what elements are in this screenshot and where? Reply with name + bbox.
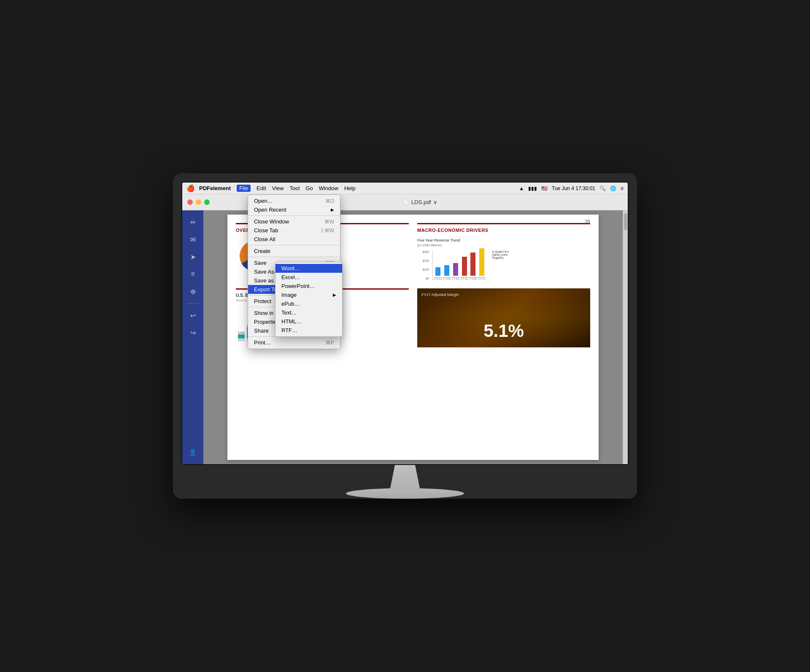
sidebar-icon-pencil[interactable]: ✏ [185, 215, 200, 230]
fy16-label: FY16 [470, 277, 477, 280]
sep1 [248, 215, 340, 216]
close-window-shortcut: ⌘W [316, 219, 334, 225]
export-epub[interactable]: ePub… [275, 299, 342, 308]
sidebar-icon-comment[interactable]: ✉ [185, 232, 200, 247]
flag-icon: 🇺🇸 [541, 185, 548, 191]
maximize-button[interactable] [204, 199, 210, 205]
close-button[interactable] [187, 199, 193, 205]
open-shortcut: ⌘O [317, 198, 334, 204]
excel-label: Excel… [281, 274, 300, 280]
revenue-chart: Five Year Revenue Trend (in US$ millions… [417, 236, 590, 282]
export-image[interactable]: Image ▶ [275, 290, 342, 299]
view-menu-item[interactable]: View [272, 185, 284, 191]
app-name[interactable]: PDFelement [199, 185, 231, 191]
sep2 [248, 245, 340, 245]
fy12-label: FY12 [435, 277, 442, 280]
image-arrow: ▶ [333, 293, 336, 297]
page-number: 38 [585, 219, 590, 225]
menu-close-all[interactable]: Close All [248, 235, 340, 244]
close-all-label: Close All [254, 236, 275, 242]
export-html[interactable]: HTML… [275, 317, 342, 326]
sidebar-icon-menu[interactable]: ≡ [185, 266, 200, 282]
save-label: Save [254, 260, 267, 266]
sidebar-bottom: 👤 [185, 445, 200, 460]
fy14-label: FY14 [452, 277, 459, 280]
y-label-100: $100 [417, 268, 429, 271]
file-menu-item[interactable]: File [237, 185, 251, 192]
macro-section: MACRO-ECONOMIC DRIVERS Five Year Revenue… [417, 223, 590, 282]
stand-neck [380, 465, 430, 490]
sidebar-divider [186, 303, 199, 304]
fy15-label: FY15 [461, 277, 468, 280]
rtf-label: RTF… [281, 327, 297, 333]
export-word[interactable]: Word… [275, 264, 342, 273]
open-label: Open… [254, 198, 273, 204]
sidebar-icon-share[interactable]: ➤ [185, 249, 200, 264]
export-text[interactable]: Text… [275, 308, 342, 317]
menu-close-tab[interactable]: Close Tab ⇧⌘W [248, 226, 340, 235]
go-menu-item[interactable]: Go [305, 185, 313, 191]
menu-close-window[interactable]: Close Window ⌘W [248, 217, 340, 226]
export-to-label: Export To [254, 286, 277, 293]
chart-legend: 5 YEAR FFV (38%) (14% Organic) [492, 250, 517, 259]
pdf-icon: 📄 [403, 199, 409, 205]
y-label-0: $0 [417, 277, 429, 280]
menu-open-recent[interactable]: Open Recent ▶ [248, 205, 340, 214]
minimize-button[interactable] [196, 199, 201, 205]
create-label: Create [254, 248, 270, 254]
sidebar-icon-undo[interactable]: ↩ [185, 308, 200, 323]
export-rtf[interactable]: RTF… [275, 326, 342, 335]
menubar-right: ▲ ▮▮▮ 🇺🇸 Tue Jun 4 17:30:01 🔍 🌐 ≡ [519, 185, 624, 191]
clock: Tue Jun 4 17:30:01 [552, 185, 595, 191]
export-powerpoint[interactable]: PowerPoint… [275, 282, 342, 290]
open-recent-arrow: ▶ [331, 207, 334, 212]
sidebar-icon-add[interactable]: ⊕ [185, 284, 200, 299]
wifi-icon: ▲ [519, 185, 524, 191]
menu-create[interactable]: Create [248, 247, 340, 255]
bar-val-2010: 0.6% [238, 331, 245, 334]
sidebar-icon-user[interactable]: 👤 [185, 445, 200, 460]
edit-menu-item[interactable]: Edit [256, 185, 266, 191]
left-sidebar: ✏ ✉ ➤ ≡ ⊕ ↩ ↪ 👤 [182, 210, 203, 464]
close-window-label: Close Window [254, 218, 289, 225]
fy17-section: FY17 Adjusted Margin 5.1% [417, 288, 590, 347]
sep3 [248, 257, 340, 257]
menu-print[interactable]: Print… ⌘P [248, 338, 340, 347]
monitor-stand [181, 465, 629, 499]
epub-label: ePub… [281, 301, 300, 307]
y-label-300: $300 [417, 250, 429, 253]
battery-icon: ▮▮▮ [528, 185, 537, 191]
fy13-label: FY13 [443, 277, 451, 280]
tool-menu-item[interactable]: Tool [289, 185, 300, 191]
globe-icon[interactable]: 🌐 [610, 185, 616, 191]
print-label: Print… [254, 339, 271, 346]
monitor: 🍎 PDFelement File Edit View Tool Go Wind… [173, 173, 637, 499]
share-label: Share [254, 328, 269, 334]
menu-open[interactable]: Open… ⌘O [248, 196, 340, 205]
help-menu-item[interactable]: Help [344, 185, 356, 191]
export-submenu[interactable]: Word… Excel… PowerPoint… Image ▶ ePub… [275, 262, 343, 337]
sidebar-icon-redo[interactable]: ↪ [185, 325, 200, 340]
text-label: Text… [281, 309, 297, 316]
margin-number: 5.1% [417, 321, 590, 341]
y-label-200: $200 [417, 259, 429, 262]
screen: 🍎 PDFelement File Edit View Tool Go Wind… [181, 182, 629, 465]
menu-icon[interactable]: ≡ [621, 185, 624, 191]
powerpoint-label: PowerPoint… [281, 283, 315, 289]
filename: LDS.pdf [411, 199, 431, 205]
html-label: HTML… [281, 318, 302, 325]
protect-label: Protect [254, 298, 271, 304]
dropdown-caret[interactable]: ∨ [433, 199, 437, 205]
scrollbar[interactable] [623, 210, 628, 464]
apple-menu[interactable]: 🍎 [186, 184, 195, 192]
close-tab-shortcut: ⇧⌘W [312, 228, 334, 234]
scroll-thumb[interactable] [624, 213, 627, 230]
open-recent-label: Open Recent [254, 207, 286, 213]
export-excel[interactable]: Excel… [275, 273, 342, 282]
search-icon[interactable]: 🔍 [599, 185, 606, 191]
window-menu-item[interactable]: Window [319, 185, 338, 191]
close-tab-label: Close Tab [254, 227, 278, 234]
revenue-title: Five Year Revenue Trend [417, 238, 590, 242]
traffic-lights [187, 199, 210, 205]
fy17-label: FY17 [478, 277, 486, 280]
